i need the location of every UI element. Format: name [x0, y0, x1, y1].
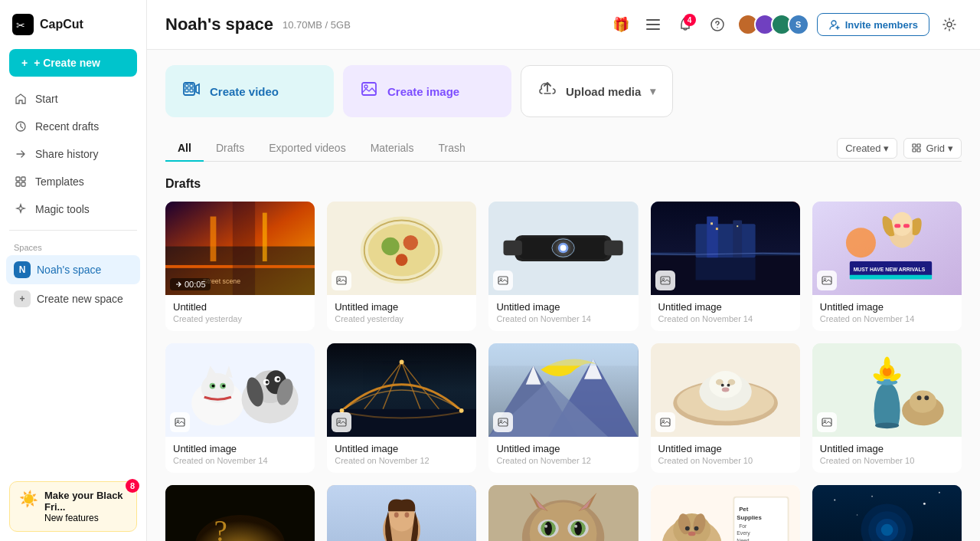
- svg-point-73: [846, 228, 876, 257]
- notification-content: Make your Black Fri... New features: [44, 490, 127, 523]
- sidebar-item-magic-tools[interactable]: Magic tools: [6, 196, 140, 222]
- svg-text:Need: Need: [737, 538, 750, 541]
- svg-point-200: [871, 496, 873, 497]
- space-avatar: N: [14, 261, 31, 278]
- svg-point-106: [338, 420, 340, 421]
- svg-rect-74: [822, 277, 831, 284]
- svg-point-127: [662, 420, 664, 421]
- upload-media-card[interactable]: Upload media ▾: [521, 65, 673, 117]
- sidebar-item-label: Share history: [35, 148, 98, 160]
- grid-item[interactable]: Pet Supplies For Every Need: [651, 485, 800, 541]
- sidebar-item-create-space[interactable]: + Create new space: [6, 284, 140, 313]
- tab-all[interactable]: All: [165, 136, 204, 162]
- sidebar-item-recent-drafts[interactable]: Recent drafts: [6, 113, 140, 139]
- grid-item[interactable]: Street scene 00:05 Untitled Created yest…: [165, 202, 315, 331]
- svg-point-47: [560, 245, 567, 251]
- app-name: CapCut: [40, 18, 83, 31]
- svg-point-125: [721, 388, 729, 392]
- svg-text:Every: Every: [737, 530, 750, 536]
- svg-rect-56: [695, 224, 755, 257]
- grid-item[interactable]: Untitled image Created yesterday: [327, 202, 476, 331]
- svg-point-95: [177, 420, 178, 421]
- svg-rect-49: [504, 241, 522, 256]
- grid-item[interactable]: Untitled image Created on November 14: [165, 343, 315, 473]
- svg-rect-18: [190, 89, 193, 92]
- image-type-icon: [332, 270, 351, 290]
- sort-label: Created: [845, 143, 880, 154]
- dropdown-icon: ▾: [650, 85, 655, 97]
- svg-point-20: [364, 85, 368, 88]
- upload-icon: [538, 80, 557, 103]
- svg-rect-94: [175, 418, 185, 426]
- svg-rect-22: [917, 144, 920, 147]
- svg-rect-3: [16, 177, 20, 181]
- item-name: Untitled image: [496, 443, 630, 454]
- grid-item[interactable]: Untitled image Created on November 10: [327, 485, 476, 541]
- notification-card[interactable]: ☀️ Make your Black Fri... New features 8: [9, 481, 137, 532]
- create-image-card[interactable]: Create image: [343, 65, 511, 117]
- svg-point-207: [881, 524, 893, 536]
- sidebar-nav: Start Recent drafts Share history Templa…: [0, 86, 146, 222]
- invite-icon: [828, 18, 841, 31]
- gift-button[interactable]: 🎁: [609, 12, 633, 37]
- create-image-label: Create image: [387, 85, 459, 98]
- grid-item[interactable]: Untitled image Created on November 14: [651, 202, 800, 331]
- svg-rect-63: [661, 277, 670, 284]
- settings-button[interactable]: [937, 12, 962, 37]
- grid-item[interactable]: Untitled image Created on November 10: [488, 485, 638, 541]
- menu-button[interactable]: [641, 12, 665, 37]
- grid-item[interactable]: Untitled image Created on November 10: [812, 485, 962, 541]
- section-title: Drafts: [165, 177, 962, 191]
- item-date: Created on November 14: [496, 314, 630, 323]
- grid-item[interactable]: Untitled image Created on November 12: [327, 343, 476, 473]
- tab-trash[interactable]: Trash: [426, 136, 477, 162]
- create-video-card[interactable]: Create video: [165, 65, 334, 117]
- sidebar-item-start[interactable]: Start: [6, 86, 140, 112]
- sidebar-item-label: Templates: [35, 175, 84, 188]
- svg-point-202: [939, 492, 940, 493]
- sort-chevron-icon: ▾: [884, 143, 889, 154]
- svg-rect-21: [913, 144, 916, 147]
- tab-exported[interactable]: Exported videos: [256, 136, 358, 162]
- svg-rect-126: [661, 418, 670, 426]
- grid-item[interactable]: Untitled image Created on November 14: [488, 202, 638, 331]
- view-button[interactable]: Grid ▾: [903, 138, 962, 159]
- member-avatar-4: S: [788, 14, 809, 35]
- svg-point-199: [834, 500, 835, 501]
- help-button[interactable]: [705, 12, 730, 37]
- notification-badge: 8: [126, 479, 139, 493]
- notification-button[interactable]: 4: [673, 12, 697, 37]
- sidebar-item-share-history[interactable]: Share history: [6, 141, 140, 167]
- create-space-icon: +: [14, 290, 31, 307]
- svg-rect-4: [21, 177, 25, 181]
- tab-materials[interactable]: Materials: [358, 136, 426, 162]
- grid-item[interactable]: MUST HAVE NEW ARRIVALS Untitled image Cr: [812, 202, 962, 331]
- image-type-icon: [655, 270, 675, 290]
- svg-rect-62: [695, 257, 755, 280]
- notification-count: 4: [684, 14, 696, 26]
- grid-item[interactable]: Untitled image Created on November 10: [651, 343, 800, 473]
- svg-text:For: For: [739, 523, 747, 529]
- svg-point-67: [891, 212, 912, 236]
- sidebar-item-templates[interactable]: Templates: [6, 169, 140, 195]
- svg-text:?: ?: [214, 514, 227, 541]
- item-name: Untitled image: [335, 301, 469, 313]
- sidebar-item-noahs-space[interactable]: N Noah's space: [6, 255, 140, 284]
- sidebar: ✂ CapCut + + Create new Start Recent dra…: [0, 0, 147, 541]
- item-name: Untitled image: [658, 301, 792, 313]
- grid-item[interactable]: Untitled image Created on November 10: [812, 343, 962, 473]
- item-date: Created on November 12: [335, 456, 469, 465]
- invite-members-button[interactable]: Invite members: [817, 13, 929, 36]
- svg-text:Pet: Pet: [739, 506, 749, 513]
- quick-actions: Create video Create image Upload media ▾: [165, 65, 962, 117]
- image-type-icon: [332, 412, 351, 432]
- create-new-button[interactable]: + + Create new: [9, 49, 137, 77]
- grid-item[interactable]: Untitled image Created on November 12: [488, 343, 638, 473]
- svg-rect-5: [16, 182, 20, 186]
- svg-point-195: [688, 532, 695, 536]
- grid-item[interactable]: ? Untitled image Created on November 10: [165, 485, 315, 541]
- sort-button[interactable]: Created ▾: [837, 138, 897, 159]
- svg-point-13: [947, 22, 952, 27]
- svg-rect-23: [913, 149, 916, 152]
- tab-drafts[interactable]: Drafts: [204, 136, 256, 162]
